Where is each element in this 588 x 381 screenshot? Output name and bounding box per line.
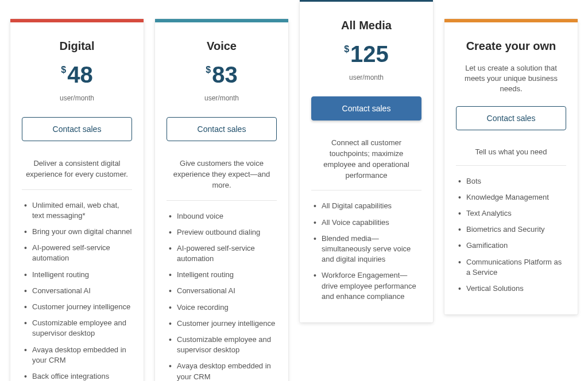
feature-item: Back office integrations bbox=[24, 371, 132, 381]
feature-list: Unlimited email, web chat, text messagin… bbox=[22, 200, 132, 381]
feature-item: AI-powered self-service automation bbox=[169, 243, 277, 264]
feature-item: Bring your own digital channel bbox=[24, 227, 132, 237]
feature-item: Conversational AI bbox=[169, 286, 277, 296]
plan-period: user/month bbox=[167, 94, 277, 102]
plan-description: Connect all customer touchpoints; maximi… bbox=[311, 138, 421, 190]
feature-item: Blended media—simultaneously serve voice… bbox=[314, 234, 421, 265]
feature-item: Biometrics and Security bbox=[458, 224, 566, 235]
feature-item: Unlimited email, web chat, text messagin… bbox=[24, 200, 132, 221]
plan-currency: $ bbox=[344, 44, 349, 54]
contact-sales-button[interactable]: Contact sales bbox=[167, 117, 277, 141]
feature-item: Communications Platform as a Service bbox=[458, 257, 566, 278]
feature-item: Intelligent routing bbox=[24, 270, 132, 280]
plan-period: user/month bbox=[311, 73, 421, 81]
pricing-grid: Digital$48user/monthContact salesDeliver… bbox=[0, 0, 588, 381]
plan-title: All Media bbox=[311, 19, 421, 32]
feature-item: All Voice capabilities bbox=[314, 217, 421, 228]
contact-sales-button[interactable]: Contact sales bbox=[311, 96, 421, 120]
feature-item: Conversational AI bbox=[24, 286, 132, 296]
feature-item: Avaya desktop embedded in your CRM bbox=[169, 361, 277, 381]
feature-item: Vertical Solutions bbox=[458, 283, 566, 294]
feature-list: Inbound voicePreview outbound dialingAI-… bbox=[167, 211, 277, 381]
feature-item: Customer journey intelligence bbox=[169, 318, 277, 329]
contact-sales-button[interactable]: Contact sales bbox=[456, 106, 566, 130]
plan-price: $48 bbox=[22, 63, 132, 86]
plan-price: $125 bbox=[311, 42, 421, 65]
plan-card: Digital$48user/monthContact salesDeliver… bbox=[10, 19, 144, 381]
plan-body: Digital$48user/monthContact salesDeliver… bbox=[10, 22, 144, 381]
feature-item: Knowledge Management bbox=[458, 192, 566, 203]
feature-item: Workforce Engagement—drive employee perf… bbox=[314, 270, 421, 302]
plan-card: Create your ownLet us create a solution … bbox=[444, 19, 578, 314]
plan-subtitle: Let us create a solution that meets your… bbox=[456, 63, 566, 95]
feature-item: Customer journey intelligence bbox=[24, 302, 132, 312]
feature-item: Customizable employee and supervisor des… bbox=[169, 335, 277, 355]
plan-currency: $ bbox=[206, 65, 211, 75]
plan-title: Digital bbox=[22, 40, 132, 53]
feature-item: Voice recording bbox=[169, 302, 277, 313]
feature-list: BotsKnowledge ManagementText AnalyticsBi… bbox=[456, 176, 566, 294]
feature-item: Text Analytics bbox=[458, 208, 566, 219]
plan-amount: 83 bbox=[212, 62, 238, 87]
feature-item: Gamification bbox=[458, 240, 566, 251]
plan-amount: 48 bbox=[67, 62, 93, 87]
plan-description: Give customers the voice experience they… bbox=[167, 158, 277, 201]
feature-item: Bots bbox=[458, 176, 566, 186]
plan-card: Voice$83user/monthContact salesGive cust… bbox=[155, 19, 288, 381]
plan-card: Most PopularAll Media$125user/monthConta… bbox=[300, 0, 433, 322]
plan-amount: 125 bbox=[350, 41, 389, 67]
feature-item: Preview outbound dialing bbox=[169, 227, 277, 238]
plan-title: Voice bbox=[167, 40, 277, 53]
plan-currency: $ bbox=[61, 65, 66, 75]
plan-body: Create your ownLet us create a solution … bbox=[444, 22, 578, 314]
feature-item: Avaya desktop embedded in your CRM bbox=[24, 345, 132, 366]
plan-price: $83 bbox=[167, 63, 277, 86]
tell-us-heading: Tell us what you need bbox=[456, 147, 566, 166]
plan-description: Deliver a consistent digital experience … bbox=[22, 158, 132, 190]
feature-item: Inbound voice bbox=[169, 211, 277, 221]
feature-item: Intelligent routing bbox=[169, 270, 277, 280]
feature-list: All Digital capabilitiesAll Voice capabi… bbox=[311, 201, 421, 302]
feature-item: All Digital capabilities bbox=[314, 201, 421, 211]
plan-body: Voice$83user/monthContact salesGive cust… bbox=[155, 22, 288, 381]
plan-period: user/month bbox=[22, 94, 132, 102]
plan-title: Create your own bbox=[456, 40, 566, 53]
feature-item: AI-powered self-service automation bbox=[24, 243, 132, 263]
contact-sales-button[interactable]: Contact sales bbox=[22, 117, 132, 141]
feature-item: Customizable employee and supervisor des… bbox=[24, 318, 132, 339]
plan-body: All Media$125user/monthContact salesConn… bbox=[300, 2, 433, 322]
